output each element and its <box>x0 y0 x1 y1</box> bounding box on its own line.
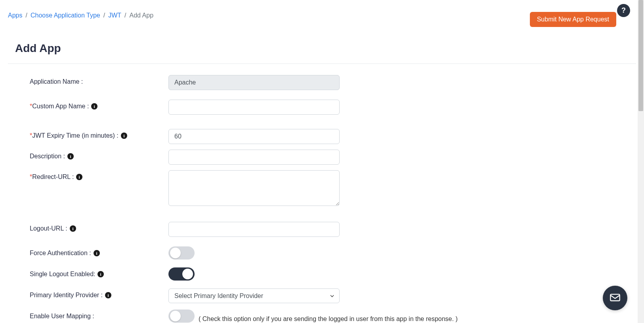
enable-user-mapping-label: Enable User Mapping : <box>30 310 168 320</box>
form: Application Name : *Custom App Name : i … <box>8 75 636 323</box>
info-icon[interactable]: i <box>97 271 104 277</box>
help-button[interactable]: ? <box>617 4 630 17</box>
primary-idp-label: Primary Identity Provider : i <box>30 288 168 299</box>
custom-app-name-label: *Custom App Name : i <box>30 100 168 110</box>
svg-text:i: i <box>79 175 80 179</box>
svg-text:i: i <box>72 226 73 231</box>
logout-url-label: Logout-URL : i <box>30 222 168 232</box>
breadcrumb-sep: / <box>124 12 126 19</box>
divider <box>8 63 636 64</box>
svg-rect-16 <box>610 294 619 301</box>
breadcrumb: Apps / Choose Application Type / JWT / A… <box>8 12 153 19</box>
info-icon[interactable]: i <box>76 174 82 180</box>
primary-idp-select[interactable]: Select Primary Identity Provider <box>168 288 340 303</box>
svg-text:i: i <box>94 104 95 109</box>
breadcrumb-sep: / <box>25 12 27 19</box>
submit-new-app-request-button[interactable]: Submit New App Request <box>530 12 616 27</box>
description-label: Description : i <box>30 150 168 160</box>
redirect-url-input[interactable] <box>168 170 340 206</box>
svg-text:i: i <box>96 251 97 256</box>
custom-app-name-input[interactable] <box>168 100 340 115</box>
description-input[interactable] <box>168 150 340 165</box>
force-auth-label: Force Authentication : i <box>30 246 168 257</box>
application-name-input <box>168 75 340 90</box>
page-title: Add App <box>8 42 636 55</box>
svg-text:i: i <box>123 133 124 138</box>
svg-text:i: i <box>108 293 109 298</box>
single-logout-label: Single Logout Enabled: i <box>30 267 168 278</box>
chat-icon <box>609 292 621 304</box>
breadcrumb-choose-app-type[interactable]: Choose Application Type <box>31 12 100 19</box>
info-icon[interactable]: i <box>94 250 100 256</box>
info-icon[interactable]: i <box>91 103 97 110</box>
breadcrumb-current: Add App <box>130 12 154 19</box>
breadcrumb-sep: / <box>103 12 105 19</box>
enable-user-mapping-toggle[interactable] <box>168 310 195 323</box>
breadcrumb-apps[interactable]: Apps <box>8 12 22 19</box>
single-logout-toggle[interactable] <box>168 267 195 281</box>
info-icon[interactable]: i <box>70 225 76 232</box>
application-name-label: Application Name : <box>30 75 168 85</box>
svg-text:i: i <box>70 154 71 159</box>
info-icon[interactable]: i <box>105 292 111 298</box>
breadcrumb-jwt[interactable]: JWT <box>108 12 121 19</box>
help-icon: ? <box>621 6 626 15</box>
enable-user-mapping-hint: ( Check this option only if you are send… <box>199 315 458 323</box>
force-auth-toggle[interactable] <box>168 246 195 260</box>
svg-text:i: i <box>100 272 101 277</box>
info-icon[interactable]: i <box>121 133 127 139</box>
jwt-expiry-input[interactable] <box>168 129 340 144</box>
info-icon[interactable]: i <box>67 153 74 160</box>
jwt-expiry-label: *JWT Expiry Time (in minutes) : i <box>30 129 168 139</box>
redirect-url-label: *Redirect-URL : i <box>30 170 168 181</box>
chat-button[interactable] <box>603 286 627 310</box>
logout-url-input[interactable] <box>168 222 340 237</box>
